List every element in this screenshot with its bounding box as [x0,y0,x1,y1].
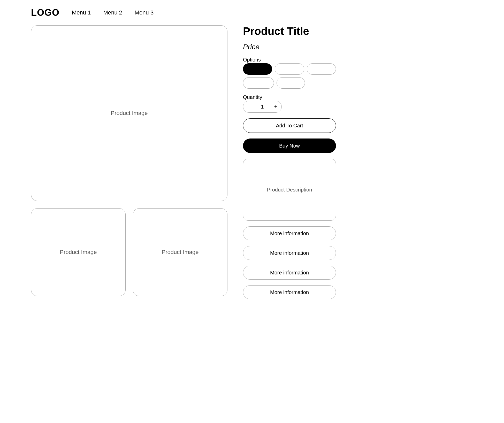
product-description-box: Product Description [243,159,336,221]
more-info-btn-1[interactable]: More information [243,226,336,240]
more-info-btn-4[interactable]: More information [243,285,336,299]
nav-menu-1[interactable]: Menu 1 [72,9,91,16]
quantity-control: - 1 + [243,101,282,113]
option-btn-5[interactable] [277,77,305,89]
product-description-text: Product Description [267,187,312,193]
product-image-main: Product Image [31,25,227,201]
quantity-value: 1 [255,104,270,110]
quantity-section: Quantity - 1 + [243,94,336,113]
product-title: Product Title [243,25,336,37]
more-info-btn-3[interactable]: More information [243,266,336,280]
options-label: Options [243,57,336,63]
more-info-btn-2[interactable]: More information [243,246,336,260]
header: LOGO Menu 1 Menu 2 Menu 3 [0,0,504,25]
nav-menu-2[interactable]: Menu 2 [103,9,122,16]
logo: LOGO [31,7,59,18]
options-grid-top [243,63,336,75]
product-image-thumb-2: Product Image [133,208,227,296]
right-column: Product Title Price Options Quantity - 1… [243,25,336,299]
main-content: Product Image Product Image Product Imag… [0,25,504,315]
quantity-label: Quantity [243,94,336,100]
product-price: Price [243,43,336,51]
options-section: Options [243,57,336,89]
product-image-row: Product Image Product Image [31,208,227,296]
add-to-cart-button[interactable]: Add To Cart [243,118,336,133]
quantity-increment-button[interactable]: + [270,101,281,112]
option-btn-3[interactable] [307,63,336,75]
option-btn-4[interactable] [243,77,274,89]
product-image-thumb-1: Product Image [31,208,126,296]
option-btn-1[interactable] [243,63,272,75]
nav-menu-3[interactable]: Menu 3 [135,9,154,16]
buy-now-button[interactable]: Buy Now [243,139,336,153]
nav: Menu 1 Menu 2 Menu 3 [72,9,154,16]
option-btn-2[interactable] [275,63,304,75]
left-column: Product Image Product Image Product Imag… [31,25,227,299]
quantity-decrement-button[interactable]: - [243,101,255,112]
